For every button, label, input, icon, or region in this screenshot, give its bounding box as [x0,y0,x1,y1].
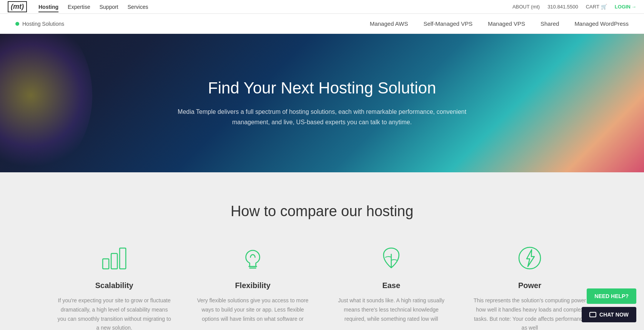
cart-button[interactable]: CART 🛒 [586,4,607,10]
sub-nav-managed-vps[interactable]: Managed VPS [488,20,525,27]
cart-icon: 🛒 [601,4,607,10]
sub-nav-links: Managed AWS Self-Managed VPS Managed VPS… [370,20,629,27]
hero-section: Find Your Next Hosting Solution Media Te… [0,34,644,172]
sub-nav-managed-wordpress[interactable]: Managed WordPress [574,20,629,27]
features-grid: Scalability If you're expecting your sit… [53,243,591,330]
about-link[interactable]: ABOUT (mt) [512,4,540,10]
svg-rect-2 [120,248,126,269]
cart-label: CART [586,4,599,10]
hero-title: Find Your Next Hosting Solution [208,79,436,97]
nav-item-expertise[interactable]: Expertise [68,3,90,10]
compare-heading: How to compare our hosting [15,203,629,220]
sub-nav-shared[interactable]: Shared [541,20,559,27]
sub-nav-managed-aws[interactable]: Managed AWS [370,20,408,27]
svg-rect-1 [111,253,117,269]
svg-point-6 [519,247,541,269]
chat-now-button[interactable]: CHAT NOW [582,307,636,322]
need-help-button[interactable]: NEED HELP? [587,288,636,304]
arrow-icon: → [631,4,636,10]
flexibility-title: Flexibility [235,281,270,290]
scalability-desc: If you're expecting your site to grow or… [57,296,172,330]
feature-ease: Ease Just what it sounds like. A high ra… [334,243,449,330]
sub-nav-label: Hosting Solutions [22,21,64,27]
ease-icon [376,243,407,273]
phone-number: 310.841.5500 [547,4,578,10]
sub-navigation: Hosting Solutions Managed AWS Self-Manag… [0,14,644,34]
nav-item-hosting[interactable]: Hosting [38,3,58,10]
flexibility-desc: Very flexible solutions give you access … [195,296,310,323]
nav-left: (mt) Hosting Expertise Support Services [8,1,148,12]
svg-rect-0 [103,259,109,269]
ease-desc: Just what it sounds like. A high rating … [334,296,449,323]
login-button[interactable]: LOGIN → [615,4,636,10]
chat-widget: NEED HELP? CHAT NOW [582,288,636,322]
nav-right: ABOUT (mt) 310.841.5500 CART 🛒 LOGIN → [512,4,636,10]
nav-item-services[interactable]: Services [128,3,148,10]
feature-scalability: Scalability If you're expecting your sit… [57,243,172,330]
ease-title: Ease [382,281,400,290]
compare-section: How to compare our hosting Scalability I… [0,172,644,330]
chat-now-label: CHAT NOW [599,312,629,318]
logo[interactable]: (mt) [8,1,27,12]
sub-nav-self-managed-vps[interactable]: Self-Managed VPS [424,20,473,27]
power-title: Power [518,281,541,290]
hero-description: Media Temple delivers a full spectrum of… [168,107,476,127]
chat-bubble-icon [589,312,596,317]
top-navigation: (mt) Hosting Expertise Support Services … [0,0,644,14]
sub-nav-brand: Hosting Solutions [15,21,64,27]
power-desc: This represents the solution's computing… [472,296,587,330]
feature-flexibility: Flexibility Very flexible solutions give… [195,243,310,330]
scalability-title: Scalability [95,281,133,290]
nav-item-support[interactable]: Support [99,3,118,10]
feature-power: Power This represents the solution's com… [472,243,587,330]
scalability-icon [99,243,130,273]
green-dot-icon [15,22,19,26]
flexibility-icon [237,243,268,273]
main-nav-links: Hosting Expertise Support Services [38,3,148,10]
power-icon [514,243,545,273]
